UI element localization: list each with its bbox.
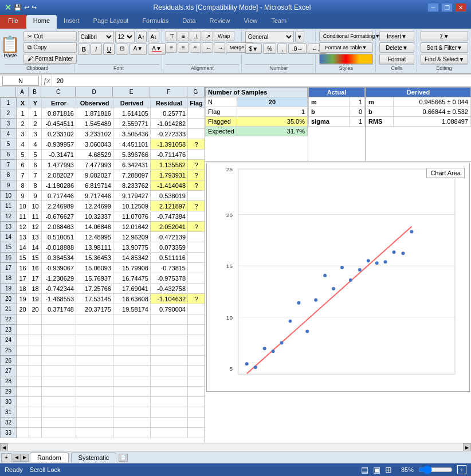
cell-g6[interactable] — [188, 150, 205, 160]
empty-cell[interactable] — [29, 325, 42, 335]
empty-cell[interactable] — [188, 376, 205, 387]
select-all-btn[interactable] — [0, 87, 16, 97]
cell-a10[interactable]: 9 — [17, 191, 29, 201]
cell-c3[interactable]: -0.454511 — [42, 119, 76, 129]
empty-cell[interactable] — [113, 345, 151, 356]
cell-g19[interactable] — [188, 284, 205, 294]
empty-cell[interactable] — [188, 356, 205, 366]
cell-e15[interactable]: 13.90775 — [113, 242, 151, 253]
cell-g3[interactable] — [188, 119, 205, 129]
empty-cell[interactable] — [17, 356, 29, 366]
row-num-29[interactable]: 29 — [1, 387, 17, 397]
row-num-24[interactable]: 24 — [1, 335, 17, 345]
row-num-12[interactable]: 12 — [1, 211, 17, 222]
cell-a16[interactable]: 15 — [17, 253, 29, 263]
cell-f12[interactable]: -0.747384 — [151, 211, 188, 222]
cell-b20[interactable]: 19 — [29, 294, 42, 304]
expected-value[interactable]: 31.7% — [237, 127, 307, 136]
cell-d17[interactable]: 15.06093 — [76, 263, 113, 273]
cell-c10[interactable]: 0.717446 — [42, 191, 76, 201]
empty-cell[interactable] — [29, 407, 42, 418]
cell-g9[interactable]: ? — [188, 180, 205, 191]
cell-a13[interactable]: 12 — [17, 222, 29, 232]
font-name-select[interactable]: Calibri — [78, 31, 114, 42]
cell-g10[interactable] — [188, 191, 205, 201]
cell-c21[interactable]: 0.371748 — [42, 304, 76, 314]
empty-cell[interactable] — [76, 314, 113, 325]
empty-cell[interactable] — [188, 428, 205, 438]
cell-d7[interactable]: 7.477993 — [76, 160, 113, 170]
col-header-d[interactable]: D — [76, 87, 113, 97]
empty-cell[interactable] — [188, 335, 205, 345]
cell-b12[interactable]: 11 — [29, 211, 42, 222]
tab-review[interactable]: Review — [202, 15, 237, 29]
cell-a8[interactable]: 7 — [17, 170, 29, 180]
empty-cell[interactable] — [17, 335, 29, 345]
row-num-15[interactable]: 15 — [1, 242, 17, 253]
cell-g16[interactable] — [188, 253, 205, 263]
cell-f3[interactable]: -1.014282 — [151, 119, 188, 129]
cell-f9[interactable]: -1.414048 — [151, 180, 188, 191]
empty-cell[interactable] — [151, 376, 188, 387]
cell-f8[interactable]: 1.793931 — [151, 170, 188, 180]
tab-insert-icon[interactable]: 📄 — [119, 454, 128, 462]
cell-a4[interactable]: 3 — [17, 129, 29, 139]
empty-cell[interactable] — [76, 345, 113, 356]
actual-sigma-value[interactable]: 1 — [350, 117, 365, 127]
sort-filter-btn[interactable]: Sort & Filter▼ — [421, 42, 468, 53]
cell-f5[interactable]: -1.391058 — [151, 139, 188, 150]
cell-e5[interactable]: 4.451101 — [113, 139, 151, 150]
empty-cell[interactable] — [29, 345, 42, 356]
dec-inc-btn[interactable]: .0→ — [288, 44, 307, 54]
cell-f1[interactable]: Residual — [151, 98, 188, 108]
cell-b10[interactable]: 9 — [29, 191, 42, 201]
row-num-21[interactable]: 21 — [1, 304, 17, 314]
row-num-6[interactable]: 6 — [1, 150, 17, 160]
row-num-4[interactable]: 4 — [1, 129, 17, 139]
empty-cell[interactable] — [151, 397, 188, 407]
cell-c7[interactable]: 1.477993 — [42, 160, 76, 170]
align-top-btn[interactable]: ⊤ — [166, 31, 177, 41]
empty-cell[interactable] — [17, 366, 29, 376]
cell-f21[interactable]: 0.790004 — [151, 304, 188, 314]
empty-cell[interactable] — [17, 418, 29, 428]
empty-cell[interactable] — [29, 387, 42, 397]
cell-c8[interactable]: 2.082027 — [42, 170, 76, 180]
row-num-23[interactable]: 23 — [1, 325, 17, 335]
row-num-30[interactable]: 30 — [1, 397, 17, 407]
cell-d6[interactable]: 4.68529 — [76, 150, 113, 160]
empty-cell[interactable] — [29, 335, 42, 345]
cell-a14[interactable]: 13 — [17, 232, 29, 242]
empty-cell[interactable] — [113, 366, 151, 376]
empty-cell[interactable] — [29, 366, 42, 376]
cell-e11[interactable]: 10.12509 — [113, 201, 151, 211]
empty-cell[interactable] — [188, 314, 205, 325]
cell-g4[interactable] — [188, 129, 205, 139]
cell-a17[interactable]: 16 — [17, 263, 29, 273]
cell-d3[interactable]: 1.545489 — [76, 119, 113, 129]
col-header-g[interactable]: G — [187, 87, 205, 97]
cell-a19[interactable]: 18 — [17, 284, 29, 294]
cell-b18[interactable]: 17 — [29, 273, 42, 284]
qat-undo[interactable]: ↩ — [24, 4, 29, 11]
empty-cell[interactable] — [188, 418, 205, 428]
bold-btn[interactable]: B — [78, 44, 89, 55]
cell-b13[interactable]: 12 — [29, 222, 42, 232]
empty-cell[interactable] — [76, 418, 113, 428]
cell-d4[interactable]: 3.233102 — [76, 129, 113, 139]
cell-c15[interactable]: -0.018888 — [42, 242, 76, 253]
cell-g2[interactable] — [188, 108, 205, 119]
cell-c2[interactable]: 0.871816 — [42, 108, 76, 119]
tab-formulas[interactable]: Formulas — [135, 15, 175, 29]
cell-e8[interactable]: 7.288097 — [113, 170, 151, 180]
number-format-expand-btn[interactable]: ▼ — [295, 31, 304, 42]
row-num-14[interactable]: 14 — [1, 232, 17, 242]
cell-d11[interactable]: 12.24699 — [76, 201, 113, 211]
row-num-3[interactable]: 3 — [1, 119, 17, 129]
format-painter-btn[interactable]: 🖌 Format Painter — [23, 54, 77, 64]
cell-b7[interactable]: 6 — [29, 160, 42, 170]
cell-g20[interactable]: ? — [188, 294, 205, 304]
row-num-2[interactable]: 2 — [1, 108, 17, 119]
row-num-28[interactable]: 28 — [1, 376, 17, 387]
styles-btn[interactable]: Styles — [319, 54, 373, 64]
